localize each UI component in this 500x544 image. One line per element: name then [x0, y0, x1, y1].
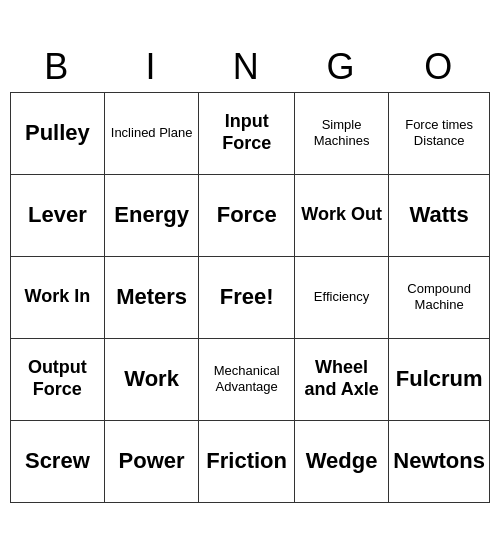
bingo-cell-2-0: Work In: [11, 256, 105, 338]
header-letter-i: I: [104, 42, 199, 93]
header-letter-b: B: [11, 42, 105, 93]
header-letter-n: N: [199, 42, 294, 93]
bingo-cell-4-4: Newtons: [389, 420, 490, 502]
bingo-cell-4-2: Friction: [199, 420, 294, 502]
bingo-cell-1-1: Energy: [104, 174, 199, 256]
bingo-cell-1-2: Force: [199, 174, 294, 256]
bingo-cell-2-3: Efficiency: [294, 256, 388, 338]
bingo-row-0: PulleyInclined PlaneInput ForceSimple Ma…: [11, 92, 490, 174]
bingo-card: BINGO PulleyInclined PlaneInput ForceSim…: [10, 42, 490, 503]
bingo-cell-3-4: Fulcrum: [389, 338, 490, 420]
bingo-cell-1-4: Watts: [389, 174, 490, 256]
bingo-cell-0-1: Inclined Plane: [104, 92, 199, 174]
bingo-cell-2-2: Free!: [199, 256, 294, 338]
bingo-cell-3-0: Output Force: [11, 338, 105, 420]
bingo-cell-0-2: Input Force: [199, 92, 294, 174]
bingo-cell-0-3: Simple Machines: [294, 92, 388, 174]
bingo-cell-2-1: Meters: [104, 256, 199, 338]
bingo-cell-4-1: Power: [104, 420, 199, 502]
bingo-cell-3-3: Wheel and Axle: [294, 338, 388, 420]
bingo-cell-4-0: Screw: [11, 420, 105, 502]
bingo-cell-0-4: Force times Distance: [389, 92, 490, 174]
bingo-row-1: LeverEnergyForceWork OutWatts: [11, 174, 490, 256]
bingo-row-4: ScrewPowerFrictionWedgeNewtons: [11, 420, 490, 502]
bingo-cell-1-0: Lever: [11, 174, 105, 256]
bingo-cell-0-0: Pulley: [11, 92, 105, 174]
header-letter-o: O: [389, 42, 490, 93]
header-row: BINGO: [11, 42, 490, 93]
bingo-cell-4-3: Wedge: [294, 420, 388, 502]
bingo-row-3: Output ForceWorkMechanical AdvantageWhee…: [11, 338, 490, 420]
bingo-cell-1-3: Work Out: [294, 174, 388, 256]
bingo-cell-3-1: Work: [104, 338, 199, 420]
bingo-cell-3-2: Mechanical Advantage: [199, 338, 294, 420]
bingo-cell-2-4: Compound Machine: [389, 256, 490, 338]
bingo-row-2: Work InMetersFree!EfficiencyCompound Mac…: [11, 256, 490, 338]
header-letter-g: G: [294, 42, 388, 93]
